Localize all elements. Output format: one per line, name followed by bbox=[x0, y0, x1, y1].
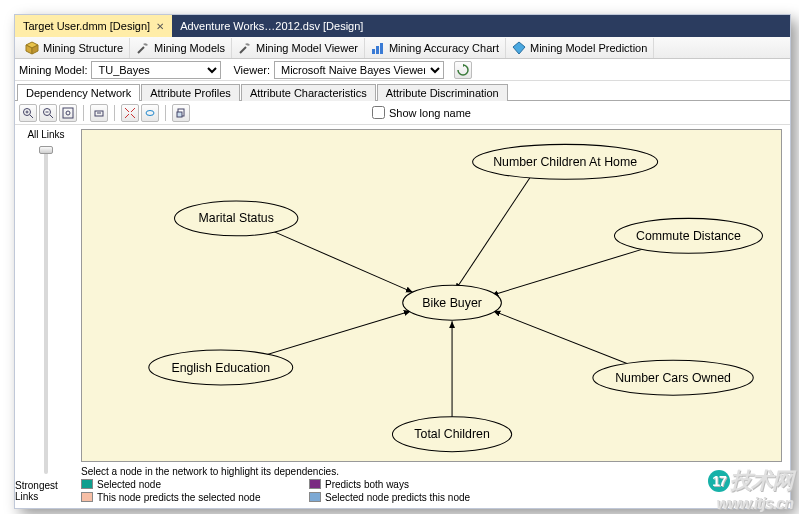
zoom-out-button[interactable] bbox=[39, 104, 57, 122]
doc-tab-active[interactable]: Target User.dmm [Design] ✕ bbox=[15, 15, 172, 37]
node-commute-distance[interactable]: Commute Distance bbox=[614, 218, 762, 253]
swatch-selected-predicts bbox=[309, 492, 321, 502]
viewer-label: Viewer: bbox=[233, 64, 269, 76]
svg-text:Number Children At Home: Number Children At Home bbox=[493, 155, 637, 169]
node-english-education[interactable]: English Education bbox=[149, 350, 293, 385]
mining-model-prediction-button[interactable]: Mining Model Prediction bbox=[506, 38, 654, 58]
svg-marker-6 bbox=[513, 42, 525, 54]
svg-line-20 bbox=[131, 108, 135, 112]
svg-text:English Education: English Education bbox=[171, 361, 270, 375]
model-selector-row: Mining Model: TU_Bayes Viewer: Microsoft… bbox=[15, 59, 790, 81]
mining-models-button[interactable]: Mining Models bbox=[130, 38, 232, 58]
slider-label-top: All Links bbox=[27, 129, 64, 140]
svg-rect-25 bbox=[177, 112, 182, 117]
close-icon[interactable]: ✕ bbox=[156, 21, 164, 32]
slider-thumb[interactable] bbox=[39, 146, 53, 154]
content-area: All Links Strongest Links bbox=[15, 125, 790, 508]
swatch-selected bbox=[81, 479, 93, 489]
svg-line-9 bbox=[30, 115, 33, 118]
tab-attribute-profiles[interactable]: Attribute Profiles bbox=[141, 84, 240, 101]
zoom-in-button[interactable] bbox=[19, 104, 37, 122]
node-number-children-at-home[interactable]: Number Children At Home bbox=[473, 144, 658, 179]
node-number-cars-owned[interactable]: Number Cars Owned bbox=[593, 360, 753, 395]
slider-track[interactable] bbox=[44, 146, 48, 474]
svg-line-27 bbox=[267, 229, 413, 293]
svg-rect-3 bbox=[372, 49, 375, 54]
subtab-strip: Dependency Network Attribute Profiles At… bbox=[15, 81, 790, 101]
mining-accuracy-chart-button[interactable]: Mining Accuracy Chart bbox=[365, 38, 506, 58]
tab-attribute-discrimination[interactable]: Attribute Discrimination bbox=[377, 84, 508, 101]
view-ribbon: Mining Structure Mining Models Mining Mo… bbox=[15, 37, 790, 59]
svg-point-16 bbox=[66, 111, 70, 115]
layout-button[interactable] bbox=[121, 104, 139, 122]
dependency-network-canvas[interactable]: Number Children At Home Marital Status C… bbox=[81, 129, 782, 462]
mining-model-label: Mining Model: bbox=[19, 64, 87, 76]
svg-rect-5 bbox=[380, 43, 383, 54]
node-bike-buyer[interactable]: Bike Buyer bbox=[403, 285, 502, 320]
svg-text:Bike Buyer: Bike Buyer bbox=[422, 296, 482, 310]
pick-icon bbox=[238, 41, 252, 55]
viewer-select[interactable]: Microsoft Naive Bayes Viewer bbox=[274, 61, 444, 79]
doc-tab-inactive[interactable]: Adventure Works…2012.dsv [Design] bbox=[172, 15, 371, 37]
svg-line-21 bbox=[125, 114, 129, 118]
mining-model-select[interactable]: TU_Bayes bbox=[91, 61, 221, 79]
svg-text:Number Cars Owned: Number Cars Owned bbox=[615, 371, 731, 385]
swatch-predicts-selected bbox=[81, 492, 93, 502]
show-long-name-checkbox[interactable]: Show long name bbox=[372, 106, 471, 119]
svg-line-13 bbox=[50, 115, 53, 118]
fit-button[interactable] bbox=[59, 104, 77, 122]
pick-icon bbox=[136, 41, 150, 55]
link-strength-slider: All Links Strongest Links bbox=[15, 125, 77, 508]
copy-button[interactable] bbox=[172, 104, 190, 122]
node-total-children[interactable]: Total Children bbox=[392, 417, 511, 452]
svg-line-26 bbox=[455, 174, 532, 290]
svg-text:Commute Distance: Commute Distance bbox=[636, 229, 741, 243]
title-bar: Target User.dmm [Design] ✕ Adventure Wor… bbox=[15, 15, 790, 37]
node-marital-status[interactable]: Marital Status bbox=[175, 201, 298, 236]
diamond-icon bbox=[512, 41, 526, 55]
network-graph: Number Children At Home Marital Status C… bbox=[82, 130, 781, 461]
svg-text:Marital Status: Marital Status bbox=[199, 211, 274, 225]
tab-dependency-network[interactable]: Dependency Network bbox=[17, 84, 140, 101]
svg-rect-15 bbox=[63, 108, 73, 118]
swatch-predicts-both bbox=[309, 479, 321, 489]
highlight-button[interactable] bbox=[141, 104, 159, 122]
tab-attribute-characteristics[interactable]: Attribute Characteristics bbox=[241, 84, 376, 101]
svg-line-19 bbox=[125, 108, 129, 112]
refresh-icon[interactable] bbox=[454, 61, 472, 79]
legend: Select a node in the network to highligh… bbox=[81, 462, 782, 503]
slider-label-bottom: Strongest Links bbox=[15, 480, 77, 502]
svg-line-30 bbox=[493, 311, 642, 370]
doc-tab-label: Target User.dmm [Design] bbox=[23, 20, 150, 32]
cube-icon bbox=[25, 41, 39, 55]
chart-icon bbox=[371, 41, 385, 55]
mining-structure-button[interactable]: Mining Structure bbox=[19, 38, 130, 58]
svg-point-23 bbox=[146, 110, 154, 115]
svg-text:Total Children: Total Children bbox=[414, 427, 490, 441]
svg-line-28 bbox=[491, 246, 652, 295]
mining-model-viewer-button[interactable]: Mining Model Viewer bbox=[232, 38, 365, 58]
canvas-toolbar: Show long name bbox=[15, 101, 790, 125]
svg-rect-4 bbox=[376, 46, 379, 54]
legend-hint: Select a node in the network to highligh… bbox=[81, 466, 782, 477]
svg-line-29 bbox=[252, 311, 411, 359]
app-window: Target User.dmm [Design] ✕ Adventure Wor… bbox=[14, 14, 791, 509]
svg-line-22 bbox=[131, 114, 135, 118]
doc-tab-label: Adventure Works…2012.dsv [Design] bbox=[180, 20, 363, 32]
find-node-button[interactable] bbox=[90, 104, 108, 122]
